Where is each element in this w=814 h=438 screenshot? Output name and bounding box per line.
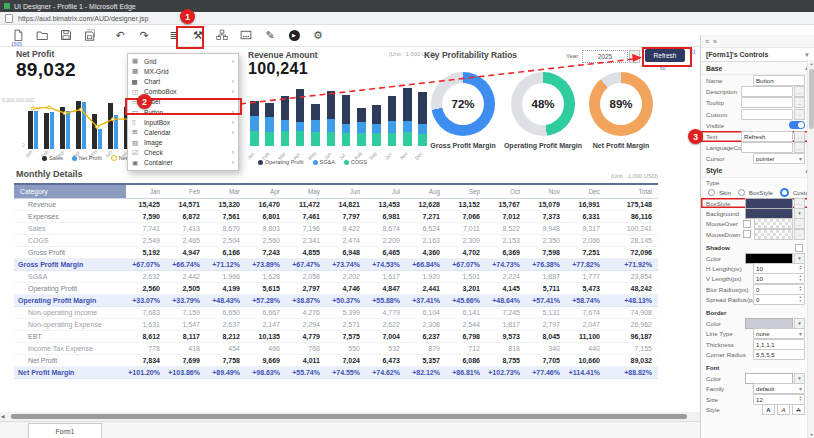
color-swatch[interactable] xyxy=(745,208,793,219)
edit-icon[interactable]: ✎ xyxy=(258,27,282,44)
scroll-down-icon[interactable]: ▼ xyxy=(808,431,814,438)
ellipsis-button[interactable]: … xyxy=(794,131,805,142)
color-swatch[interactable] xyxy=(745,373,793,384)
property-select[interactable]: none▾ xyxy=(753,328,805,339)
horizontal-scrollbar[interactable]: ◀ xyxy=(0,412,700,421)
italic-button[interactable]: A xyxy=(777,404,790,415)
settings-icon[interactable]: ⚙ xyxy=(306,27,330,44)
bold-button[interactable]: A xyxy=(762,404,775,415)
run-icon[interactable]: ▶ xyxy=(282,27,306,44)
hierarchy-icon[interactable] xyxy=(210,27,234,44)
panel-header[interactable]: [Form1]'s Controls ▼ xyxy=(701,48,814,62)
section-header-base[interactable]: Base▲ xyxy=(701,62,814,75)
menu-item-image[interactable]: ▨Image xyxy=(128,138,238,148)
menu-item-chart[interactable]: ▅Chart› xyxy=(128,76,238,86)
ellipsis-button[interactable]: … xyxy=(794,86,805,97)
menu-item-grid[interactable]: ▦Grid› xyxy=(128,56,238,66)
dropdown-button[interactable]: ▾ xyxy=(794,373,805,384)
stepper-arrows-icon[interactable]: ▲▼ xyxy=(799,265,802,272)
scroll-up-icon[interactable]: ▲ xyxy=(808,60,814,67)
horizontal-scroll-thumb[interactable] xyxy=(11,414,687,419)
url-text[interactable]: https://aud.bimatrix.com/AUD/designer.js… xyxy=(18,15,148,22)
checkbox-icon[interactable] xyxy=(795,244,803,252)
property-input[interactable]: 1,1,1,1 xyxy=(753,339,805,350)
design-canvas[interactable]: Net Profit 89,032 6,000,000,000 0 JanFeb… xyxy=(0,46,700,413)
color-swatch[interactable] xyxy=(745,198,793,209)
dropdown-button[interactable]: ▾ xyxy=(794,208,805,219)
property-input[interactable] xyxy=(741,97,793,108)
stepper-input[interactable]: 0▲▼ xyxy=(753,284,805,295)
visible-toggle[interactable] xyxy=(789,121,805,129)
property-input[interactable]: Button xyxy=(753,75,805,86)
ellipsis-button[interactable]: … xyxy=(794,142,805,153)
save-icon[interactable] xyxy=(54,27,78,44)
property-row-font: Font xyxy=(701,363,814,373)
dropdown-button[interactable]: ▾ xyxy=(794,318,805,329)
property-select[interactable]: default▾ xyxy=(753,383,805,394)
dataset-icon[interactable]: ≣ xyxy=(162,27,186,44)
transparent-swatch[interactable] xyxy=(754,218,793,229)
radio-option-boxstyle[interactable]: BoxStyle xyxy=(738,189,773,196)
property-input[interactable] xyxy=(741,142,793,153)
panel-scroll-thumb[interactable] xyxy=(809,69,814,129)
menu-item-calendar[interactable]: ⊞Calendar› xyxy=(128,127,238,137)
scroll-left-icon[interactable]: ◀ xyxy=(1,414,4,419)
year-spinner-icon[interactable]: ▲▼ xyxy=(629,50,640,63)
redo-icon[interactable]: ↷ xyxy=(132,27,156,44)
property-input[interactable]: 5,5,5,5 xyxy=(753,349,805,360)
stepper-arrows-icon[interactable]: ▲▼ xyxy=(799,296,802,303)
property-row-tooltip: Tooltip… xyxy=(701,97,814,108)
strikethrough-button[interactable]: A xyxy=(792,404,805,415)
stepper-input[interactable]: 12▲▼ xyxy=(753,394,805,405)
property-input[interactable]: Refresh xyxy=(741,131,793,142)
donut-gross-profit-margin: 72% xyxy=(431,72,495,136)
panel-menu-icon[interactable]: ≡ xyxy=(705,38,709,45)
revenue-chart[interactable] xyxy=(250,86,434,146)
checkbox-icon[interactable] xyxy=(743,230,751,238)
ellipsis-button[interactable]: … xyxy=(794,229,805,240)
stepper-input[interactable]: 10▲▼ xyxy=(753,263,805,274)
menu-item-mx-grid[interactable]: ▩MX-Grid xyxy=(128,66,238,76)
stepper-input[interactable]: 10▲▼ xyxy=(753,273,805,284)
transparent-swatch[interactable] xyxy=(754,229,793,240)
property-input[interactable] xyxy=(741,109,793,120)
ellipsis-button[interactable]: … xyxy=(794,198,805,209)
ellipsis-button[interactable]: … xyxy=(794,218,805,229)
menu-item-inputbox[interactable]: ▯InputBox› xyxy=(128,117,238,127)
widget-tools-icon[interactable]: ⚒ xyxy=(186,27,210,44)
property-select[interactable]: pointer▾ xyxy=(753,153,805,164)
table-row: Non-operating Income7,6837,1596,6506,667… xyxy=(14,307,658,319)
script-box-icon[interactable] xyxy=(234,27,258,44)
property-row-name: NameButton xyxy=(701,75,814,86)
panel-collapse-icon[interactable]: » xyxy=(713,38,717,45)
column-header: Apr xyxy=(246,184,286,199)
menu-item-label: InputBox xyxy=(144,119,232,126)
cell-value: +77.82% xyxy=(566,259,606,271)
property-input[interactable] xyxy=(741,86,793,97)
color-swatch[interactable] xyxy=(745,253,793,264)
stepper-arrows-icon[interactable]: ▲▼ xyxy=(799,275,802,282)
revenue-operatingprofit-segment xyxy=(265,103,274,118)
menu-item-check[interactable]: ☑Check› xyxy=(128,148,238,158)
checkbox-icon[interactable] xyxy=(743,220,751,228)
ellipsis-button[interactable]: … xyxy=(794,97,805,108)
cell-value: 7,741 xyxy=(126,223,166,235)
dropdown-button[interactable]: ▾ xyxy=(794,253,805,264)
stepper-arrows-icon[interactable]: ▲▼ xyxy=(799,396,802,403)
save-as-icon[interactable] xyxy=(78,27,102,44)
radio-option-skin[interactable]: Skin xyxy=(708,189,731,196)
ellipsis-button[interactable]: … xyxy=(794,109,805,120)
section-header-style[interactable]: Style▲ xyxy=(701,165,814,178)
address-bar[interactable]: https://aud.bimatrix.com/AUD/designer.js… xyxy=(0,12,814,25)
open-folder-icon[interactable] xyxy=(30,27,54,44)
panel-scrollbar[interactable]: ▲ ▼ xyxy=(807,60,814,438)
stepper-input[interactable]: 0▲▼ xyxy=(753,294,805,305)
tab-form1[interactable]: Form1 xyxy=(28,423,102,438)
property-label: Color xyxy=(706,255,745,262)
year-input[interactable]: 2025 xyxy=(582,50,628,63)
stepper-arrows-icon[interactable]: ▲▼ xyxy=(799,286,802,293)
undo-icon[interactable]: ↶ xyxy=(108,27,132,44)
color-swatch[interactable] xyxy=(745,318,793,329)
refresh-button[interactable]: Refresh xyxy=(645,49,685,62)
menu-item-container[interactable]: ▣Container› xyxy=(128,158,238,168)
